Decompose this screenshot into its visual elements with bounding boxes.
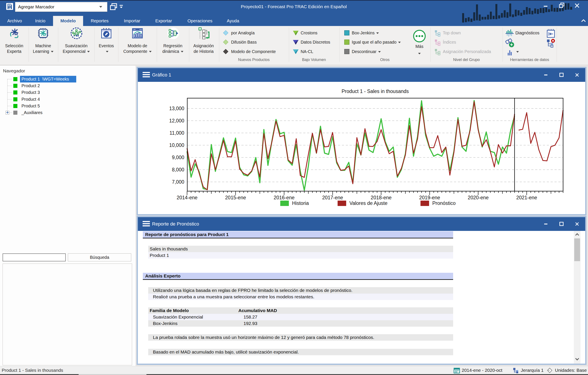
svg-text:2017-ene: 2017-ene: [322, 195, 343, 200]
svg-text:2014-ene: 2014-ene: [177, 195, 197, 200]
svg-text:Valores de Ajuste: Valores de Ajuste: [349, 200, 388, 206]
svg-text:7,000: 7,000: [172, 179, 184, 185]
svg-text:2018-ene: 2018-ene: [371, 195, 391, 200]
svg-text:2021-ene: 2021-ene: [516, 195, 537, 200]
svg-text:8,000: 8,000: [172, 167, 184, 172]
svg-text:2020-ene: 2020-ene: [468, 195, 489, 200]
svg-text:11,000: 11,000: [169, 130, 184, 136]
svg-text:Historia: Historia: [292, 200, 309, 206]
svg-text:2019-ene: 2019-ene: [419, 195, 440, 200]
svg-text:12,000: 12,000: [169, 118, 184, 124]
svg-text:2015-ene: 2015-ene: [225, 195, 246, 200]
svg-text:9,000: 9,000: [172, 155, 184, 160]
svg-text:13,000: 13,000: [169, 106, 184, 111]
svg-text:Pronóstico: Pronóstico: [432, 200, 456, 206]
svg-text:Product 1 - Sales in thousands: Product 1 - Sales in thousands: [341, 88, 409, 94]
svg-text:10,000: 10,000: [169, 142, 184, 148]
svg-text:2016-ene: 2016-ene: [273, 195, 294, 200]
